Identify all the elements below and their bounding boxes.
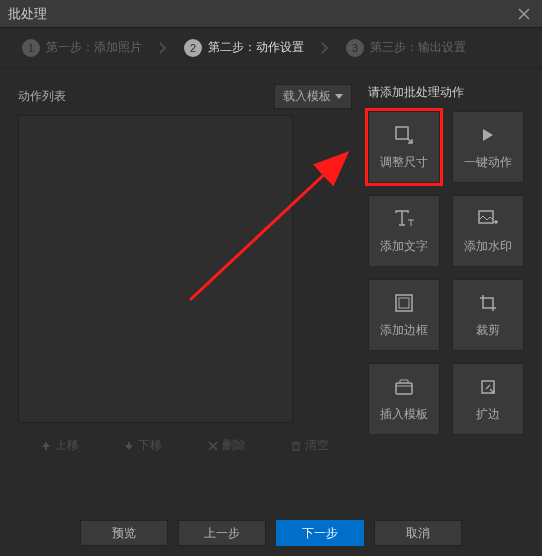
action-grid: 调整尺寸 一键动作 添加文字 添加水印 [368,111,524,435]
close-button[interactable] [514,4,534,24]
expand-action-button[interactable]: 扩边 [452,363,524,435]
delete-icon [208,441,218,451]
watermark-label: 添加水印 [464,238,512,255]
play-icon [477,124,499,146]
template-label: 插入模板 [380,406,428,423]
step-2-number: 2 [184,39,202,57]
step-1[interactable]: 1 第一步：添加照片 [10,39,154,57]
svg-rect-4 [399,298,409,308]
action-list-header: 动作列表 载入模板 [18,84,352,109]
svg-rect-3 [396,295,412,311]
action-list-panel: 动作列表 载入模板 上移 下移 删除 清空 [18,84,352,460]
onekey-label: 一键动作 [464,154,512,171]
chevron-right-icon [320,41,330,55]
step-3-number: 3 [346,39,364,57]
dropdown-icon [335,94,343,99]
clear-button[interactable]: 清空 [269,431,353,460]
load-template-label: 载入模板 [283,88,331,105]
crop-label: 裁剪 [476,322,500,339]
expand-label: 扩边 [476,406,500,423]
chevron-right-icon [158,41,168,55]
delete-label: 删除 [222,437,246,454]
step-1-number: 1 [22,39,40,57]
clear-label: 清空 [305,437,329,454]
step-2-label: 第二步：动作设置 [208,39,304,56]
preview-button[interactable]: 预览 [80,520,168,546]
resize-label: 调整尺寸 [380,154,428,171]
crop-action-button[interactable]: 裁剪 [452,279,524,351]
step-2[interactable]: 2 第二步：动作设置 [172,39,316,57]
resize-icon [393,124,415,146]
add-action-title: 请添加批处理动作 [368,84,524,101]
close-icon [518,8,530,20]
main-content: 动作列表 载入模板 上移 下移 删除 清空 [0,68,542,476]
delete-button[interactable]: 删除 [185,431,269,460]
next-button[interactable]: 下一步 [276,520,364,546]
svg-rect-0 [293,444,299,450]
watermark-action-button[interactable]: 添加水印 [452,195,524,267]
action-list-box[interactable] [18,115,293,423]
cancel-button[interactable]: 取消 [374,520,462,546]
onekey-action-button[interactable]: 一键动作 [452,111,524,183]
svg-rect-2 [479,211,493,223]
text-label: 添加文字 [380,238,428,255]
template-action-button[interactable]: 插入模板 [368,363,440,435]
text-action-button[interactable]: 添加文字 [368,195,440,267]
border-label: 添加边框 [380,322,428,339]
border-action-button[interactable]: 添加边框 [368,279,440,351]
list-action-toolbar: 上移 下移 删除 清空 [18,431,352,460]
resize-action-button[interactable]: 调整尺寸 [368,111,440,183]
move-up-button[interactable]: 上移 [18,431,102,460]
template-icon [393,376,415,398]
window-title: 批处理 [8,5,47,23]
expand-icon [477,376,499,398]
move-down-button[interactable]: 下移 [102,431,186,460]
move-up-label: 上移 [55,437,79,454]
step-3-label: 第三步：输出设置 [370,39,466,56]
crop-icon [477,292,499,314]
prev-button[interactable]: 上一步 [178,520,266,546]
svg-rect-1 [396,127,408,139]
text-icon [393,208,415,230]
arrow-up-icon [41,441,51,451]
footer-buttons: 预览 上一步 下一步 取消 [0,520,542,546]
move-down-label: 下移 [138,437,162,454]
svg-rect-5 [396,383,412,394]
step-1-label: 第一步：添加照片 [46,39,142,56]
add-action-panel: 请添加批处理动作 调整尺寸 一键动作 添加文字 [368,84,524,460]
action-list-label: 动作列表 [18,88,66,105]
arrow-down-icon [124,441,134,451]
step-3[interactable]: 3 第三步：输出设置 [334,39,478,57]
watermark-icon [477,208,499,230]
border-icon [393,292,415,314]
titlebar: 批处理 [0,0,542,28]
step-breadcrumb: 1 第一步：添加照片 2 第二步：动作设置 3 第三步：输出设置 [0,28,542,68]
clear-icon [291,441,301,451]
load-template-button[interactable]: 载入模板 [274,84,352,109]
